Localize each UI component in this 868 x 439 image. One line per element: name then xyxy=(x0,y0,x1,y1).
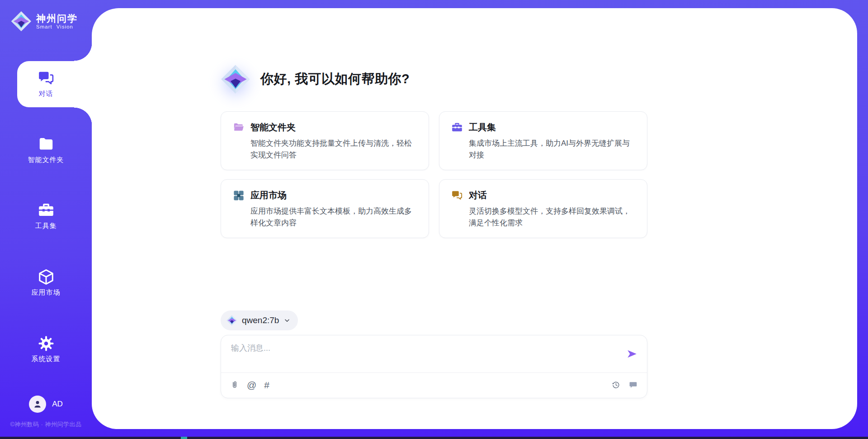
sidebar: 神州问学 Smart Vision 对话 智能文件夹 工具集 应用市场 xyxy=(0,0,92,439)
user-name: AD xyxy=(52,400,63,409)
card-app-market[interactable]: 应用市场 应用市场提供丰富长文本模板，助力高效生成多样化文章内容 xyxy=(221,179,429,238)
brand-logo-icon xyxy=(11,11,32,32)
card-title: 对话 xyxy=(469,189,487,201)
card-title: 智能文件夹 xyxy=(250,121,296,134)
card-title: 应用市场 xyxy=(250,189,287,201)
card-description: 灵活切换多模型文件，支持多样回复效果调试，满足个性化需求 xyxy=(451,205,635,229)
folder-icon xyxy=(38,136,55,153)
card-title: 工具集 xyxy=(469,121,496,134)
card-description: 智能文件夹功能支持批量文件上传与清洗，轻松实现文件问答 xyxy=(233,138,417,161)
message-icon[interactable] xyxy=(628,380,638,390)
greeting: 你好, 我可以如何帮助你? xyxy=(221,64,647,94)
at-icon[interactable]: @ xyxy=(247,380,256,390)
sidebar-item-label: 系统设置 xyxy=(0,355,92,363)
chat-icon xyxy=(451,190,463,201)
chat-icon xyxy=(38,70,55,87)
sidebar-item-chat[interactable]: 对话 xyxy=(0,70,92,98)
brand: 神州问学 Smart Vision xyxy=(0,0,92,32)
chevron-down-icon xyxy=(283,317,291,324)
sidebar-item-label: 智能文件夹 xyxy=(0,156,92,164)
input-toolbar: @ # xyxy=(221,372,647,398)
message-input-card: @ # xyxy=(221,335,647,398)
send-icon[interactable] xyxy=(626,348,638,360)
sidebar-item-toolset[interactable]: 工具集 xyxy=(0,202,92,230)
toolbox-icon xyxy=(451,122,463,134)
main-content: 你好, 我可以如何帮助你? 智能文件夹 智能文件夹功能支持批量文件上传与清洗，轻… xyxy=(221,0,647,398)
avatar xyxy=(29,396,46,413)
person-icon xyxy=(32,399,43,410)
sidebar-item-label: 对话 xyxy=(0,90,92,98)
scrollbar-fragment xyxy=(181,437,187,439)
composer: qwen2:7b @ # xyxy=(221,310,647,398)
open-folder-icon xyxy=(233,122,245,134)
card-smart-folder[interactable]: 智能文件夹 智能文件夹功能支持批量文件上传与清洗，轻松实现文件问答 xyxy=(221,111,429,170)
brand-title: 神州问学 xyxy=(36,13,78,24)
model-name: qwen2:7b xyxy=(242,315,279,325)
greeting-logo-icon xyxy=(221,64,250,94)
user-profile[interactable]: AD xyxy=(0,396,92,413)
card-toolset[interactable]: 工具集 集成市场上主流工具，助力AI与外界无缝扩展与对接 xyxy=(439,111,647,170)
history-icon[interactable] xyxy=(611,380,621,390)
card-description: 集成市场上主流工具，助力AI与外界无缝扩展与对接 xyxy=(451,138,635,161)
sidebar-item-smart-folder[interactable]: 智能文件夹 xyxy=(0,136,92,164)
model-selector[interactable]: qwen2:7b xyxy=(221,310,298,330)
copyright-text: ©神州数码 · 神州问学出品 xyxy=(0,420,92,429)
feature-cards: 智能文件夹 智能文件夹功能支持批量文件上传与清洗，轻松实现文件问答 工具集 集成… xyxy=(221,111,647,238)
hash-icon[interactable]: # xyxy=(264,380,269,390)
sidebar-item-label: 工具集 xyxy=(0,222,92,230)
greeting-text: 你好, 我可以如何帮助你? xyxy=(260,70,410,88)
toolbox-icon xyxy=(38,202,55,219)
gear-icon xyxy=(38,335,55,352)
sidebar-item-label: 应用市场 xyxy=(0,288,92,297)
model-logo-icon xyxy=(226,315,237,326)
card-description: 应用市场提供丰富长文本模板，助力高效生成多样化文章内容 xyxy=(233,205,417,229)
sidebar-item-app-market[interactable]: 应用市场 xyxy=(0,268,92,297)
sidebar-item-settings[interactable]: 系统设置 xyxy=(0,335,92,363)
paperclip-icon[interactable] xyxy=(230,381,239,390)
brand-subtitle: Smart Vision xyxy=(36,24,78,29)
bottom-strip xyxy=(0,437,868,439)
message-input[interactable] xyxy=(231,343,620,369)
grid-icon xyxy=(233,190,245,201)
card-chat[interactable]: 对话 灵活切换多模型文件，支持多样回复效果调试，满足个性化需求 xyxy=(439,179,647,238)
cube-icon xyxy=(38,268,55,286)
